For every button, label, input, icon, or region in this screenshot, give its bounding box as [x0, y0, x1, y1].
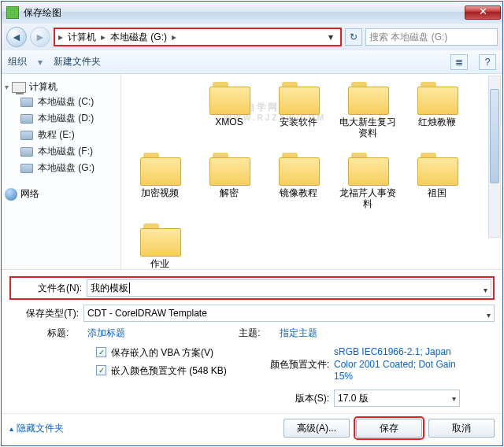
version-label: 版本(S): — [261, 392, 329, 405]
sidebar-drive-g[interactable]: 本地磁盘 (G:) — [5, 160, 117, 176]
folder-label: 祖国 — [428, 187, 447, 198]
nav-forward-button[interactable]: ► — [30, 27, 50, 47]
chevron-down-icon[interactable]: ▾ — [487, 308, 491, 323]
folder-item[interactable]: 电大新生复习资料 — [335, 79, 400, 143]
folder-label: 镜像教程 — [280, 187, 317, 198]
folder-icon — [140, 153, 180, 184]
organize-menu[interactable]: 组织 — [8, 55, 27, 68]
checkbox-icon: ✓ — [96, 347, 106, 357]
breadcrumb[interactable]: ▸ 计算机 ▸ 本地磁盘 (G:) ▸ ▾ — [54, 28, 342, 46]
refresh-button[interactable]: ↻ — [345, 28, 362, 46]
color-profile-value: sRGB IEC61966-2.1; Japan Color 2001 Coat… — [334, 346, 476, 383]
text-cursor — [129, 283, 132, 294]
sidebar-drive-d[interactable]: 本地磁盘 (D:) — [5, 110, 117, 127]
breadcrumb-seg-computer[interactable]: 计算机 — [65, 30, 99, 45]
folder-icon — [417, 82, 457, 113]
title-label: 标题: — [47, 327, 69, 340]
folder-icon — [209, 82, 249, 113]
filename-input[interactable]: 我的模板 ▾ — [87, 279, 491, 297]
organize-dropdown-icon[interactable]: ▾ — [38, 57, 43, 68]
cancel-button[interactable]: 取消 — [428, 419, 495, 438]
folder-label: 龙福芹人事资料 — [335, 187, 400, 210]
checkbox-save-vba[interactable]: ✓ 保存嵌入的 VBA 方案(V) — [96, 346, 246, 360]
tree-expand-icon[interactable]: ▾ — [5, 83, 9, 91]
chevron-right-icon: ▸ — [172, 31, 176, 42]
folder-icon — [209, 153, 249, 184]
window-title: 保存绘图 — [24, 6, 465, 20]
new-folder-button[interactable]: 新建文件夹 — [54, 55, 101, 68]
sidebar-computer-label: 计算机 — [29, 80, 57, 94]
chevron-right-icon: ▸ — [101, 31, 106, 42]
nav-back-button[interactable]: ◄ — [6, 27, 27, 47]
breadcrumb-seg-drive[interactable]: 本地磁盘 (G:) — [107, 30, 170, 45]
breadcrumb-root-icon: ▸ — [58, 31, 63, 42]
drive-icon — [20, 131, 33, 140]
sidebar-group-network[interactable]: 网络 — [5, 187, 117, 201]
search-input[interactable]: 搜索 本地磁盘 (G:) — [365, 28, 498, 46]
folder-icon — [417, 153, 457, 184]
scrollbar[interactable] — [488, 76, 501, 238]
folder-label: 电大新生复习资料 — [335, 116, 400, 139]
sidebar-drive-c[interactable]: 本地磁盘 (C:) — [5, 94, 117, 110]
drive-icon — [20, 98, 33, 107]
help-button[interactable]: ? — [479, 54, 496, 70]
folder-icon — [348, 153, 387, 184]
folder-label: XMOS — [215, 116, 243, 127]
savetype-label: 保存类型(T): — [9, 307, 79, 320]
filename-label: 文件名(N): — [13, 282, 82, 295]
sidebar-group-computer[interactable]: ▾ 计算机 — [5, 80, 117, 94]
network-icon — [5, 188, 17, 201]
folder-icon — [279, 82, 318, 113]
savetype-select[interactable]: CDT - CorelDRAW Template ▾ — [83, 305, 495, 322]
chevron-down-icon[interactable]: ▾ — [452, 394, 456, 403]
theme-label: 主题: — [239, 327, 260, 340]
scrollbar-thumb[interactable] — [490, 89, 499, 183]
title-value[interactable]: 添加标题 — [87, 327, 125, 340]
app-icon — [6, 6, 19, 19]
sidebar-network-label: 网络 — [20, 187, 39, 201]
drive-icon — [20, 114, 33, 124]
computer-icon — [12, 82, 26, 93]
folder-label: 加密视频 — [141, 187, 179, 198]
chevron-up-icon: ▴ — [9, 424, 13, 433]
theme-value[interactable]: 指定主题 — [280, 327, 317, 340]
hide-folders-toggle[interactable]: ▴ 隐藏文件夹 — [9, 422, 64, 435]
version-select[interactable]: 17.0 版 ▾ — [334, 390, 460, 407]
view-mode-button[interactable]: ≣ — [450, 54, 468, 70]
sidebar-drive-f[interactable]: 本地磁盘 (F:) — [5, 143, 117, 160]
chevron-down-icon[interactable]: ▾ — [484, 283, 487, 298]
folder-item[interactable]: 镜像教程 — [266, 150, 331, 214]
advanced-button[interactable]: 高级(A)... — [284, 419, 350, 438]
folder-item[interactable]: 祖国 — [405, 150, 469, 214]
folder-item[interactable]: 解密 — [197, 150, 261, 214]
folder-label: 作业 — [150, 258, 169, 269]
folder-item[interactable]: 红烛教鞭 — [405, 79, 469, 143]
breadcrumb-dropdown-icon[interactable]: ▾ — [324, 31, 337, 42]
checkbox-icon: ✓ — [96, 365, 106, 375]
drive-icon — [20, 164, 33, 173]
folder-label: 安装软件 — [280, 116, 317, 127]
sidebar-drive-e[interactable]: 教程 (E:) — [5, 127, 117, 143]
folder-icon — [140, 224, 180, 255]
folder-item[interactable]: 安装软件 — [266, 79, 331, 143]
folder-item[interactable]: XMOS — [197, 79, 261, 143]
folder-item[interactable]: 作业 — [128, 220, 192, 269]
drive-icon — [20, 147, 33, 157]
folder-icon — [348, 82, 387, 113]
save-button[interactable]: 保存 — [356, 419, 422, 438]
folder-icon — [279, 153, 318, 184]
color-profile-label: 颜色预置文件: — [261, 358, 329, 371]
close-button[interactable]: ✕ — [465, 6, 501, 20]
folder-label: 红烛教鞭 — [418, 116, 456, 127]
folder-label: 解密 — [220, 187, 239, 198]
folder-item[interactable]: 加密视频 — [128, 150, 192, 214]
checkbox-embed-icc[interactable]: ✓ 嵌入颜色预置文件 (548 KB) — [96, 364, 246, 378]
folder-item[interactable]: 龙福芹人事资料 — [335, 150, 400, 214]
